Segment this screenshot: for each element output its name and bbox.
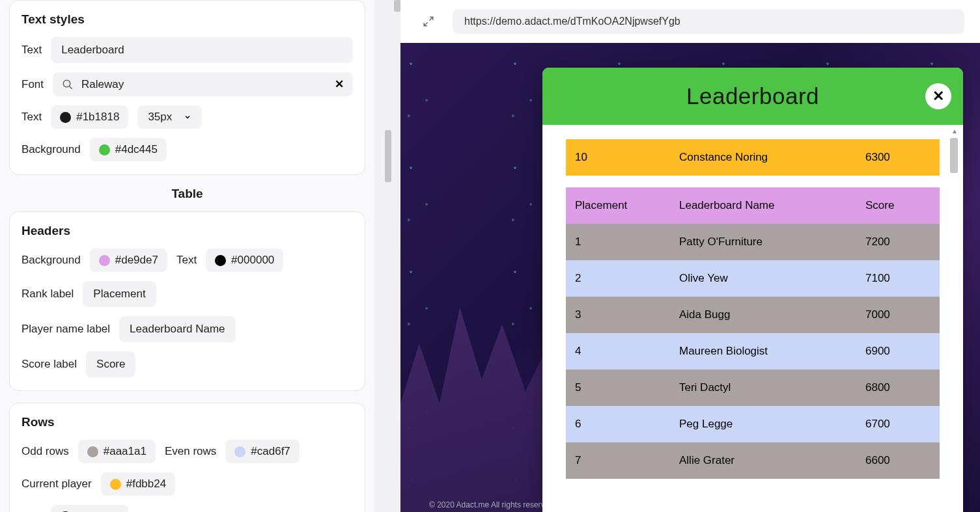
leaderboard-body[interactable]: ▲ 10 Constance Noring 6300 Placement Lea… — [542, 125, 963, 512]
color-swatch-icon — [99, 255, 110, 266]
leaderboard-header: Leaderboard ✕ — [542, 68, 963, 125]
panel-divider[interactable] — [374, 0, 400, 512]
rank-cell: 5 — [575, 381, 679, 394]
color-swatch-icon — [110, 479, 121, 490]
close-icon: ✕ — [932, 88, 944, 105]
text-color-value: #1b1818 — [76, 111, 119, 124]
score-header: Score — [865, 199, 931, 212]
score-cell: 6800 — [865, 381, 931, 394]
settings-panel: Text styles Text Leaderboard Font Ralewa… — [0, 0, 374, 512]
rank-cell: 6 — [575, 418, 679, 431]
rows-card: Rows Odd rows #aaa1a1 Even rows #cad6f7 … — [9, 403, 365, 512]
font-size-select[interactable]: 35px — [137, 105, 202, 129]
score-label-label: Score label — [21, 358, 77, 371]
header-bg-picker[interactable]: #de9de7 — [90, 249, 167, 272]
rank-cell: 7 — [575, 454, 679, 467]
rank-label-label: Rank label — [21, 288, 74, 301]
current-player-row: 10 Constance Noring 6300 — [566, 139, 940, 176]
preview-stage: © 2020 Adact.me All rights reserved. Ter… — [400, 43, 980, 512]
expand-icon[interactable] — [423, 16, 434, 27]
table-row: 3 Aida Bugg 7000 — [566, 297, 940, 333]
score-cell: 7000 — [865, 308, 931, 321]
name-cell: Peg Legge — [679, 418, 865, 431]
table-row: 4 Maureen Biologist 6900 — [566, 333, 940, 370]
player-name-label-input[interactable]: Leaderboard Name — [119, 316, 235, 342]
current-player-color-picker[interactable]: #fdbb24 — [101, 472, 175, 496]
player-name-label-label: Player name label — [21, 323, 110, 336]
svg-line-1 — [69, 86, 72, 89]
color-swatch-icon — [215, 255, 226, 266]
score-cell: 6600 — [865, 454, 931, 467]
clear-font-icon[interactable]: ✕ — [335, 77, 344, 91]
text-styles-card: Text styles Text Leaderboard Font Ralewa… — [9, 0, 365, 175]
score-cell: 6900 — [865, 345, 931, 358]
table-row: 1 Patty O'Furniture 7200 — [566, 224, 940, 260]
rank-header: Placement — [575, 199, 679, 212]
background-mountains — [400, 271, 557, 512]
text-color-picker[interactable]: #1b1818 — [51, 105, 128, 129]
header-bg-label: Background — [21, 254, 81, 267]
close-button[interactable]: ✕ — [925, 83, 951, 109]
color-swatch-icon — [87, 446, 98, 457]
font-picker[interactable]: Raleway ✕ — [53, 72, 353, 96]
headers-card: Headers Background #de9de7 Text #000000 … — [9, 211, 365, 391]
score-cell: 7200 — [865, 236, 931, 249]
rank-cell: 3 — [575, 308, 679, 321]
header-text-label: Text — [176, 254, 197, 267]
table-section-title: Table — [9, 187, 365, 201]
name-cell: Patty O'Furniture — [679, 236, 865, 249]
name-cell: Constance Noring — [679, 151, 865, 164]
current-player-label: Current player — [21, 478, 92, 491]
table-row: 2 Olive Yew 7100 — [566, 260, 940, 297]
score-cell: 7100 — [865, 272, 931, 285]
leaderboard-title: Leaderboard — [555, 83, 950, 109]
background-label: Background — [21, 143, 81, 156]
copyright-text: © 2020 Adact.me All rights reserved. — [429, 500, 555, 509]
table-row: 5 Teri Dactyl 6800 — [566, 370, 940, 406]
odd-rows-label: Odd rows — [21, 445, 69, 458]
rank-cell: 1 — [575, 236, 679, 249]
name-cell: Maureen Biologist — [679, 345, 865, 358]
leaderboard-modal: Leaderboard ✕ ▲ 10 Constance Noring 6300 — [542, 68, 963, 512]
color-swatch-icon — [99, 144, 110, 155]
score-cell: 6300 — [865, 151, 931, 164]
title-bg-color-picker[interactable]: #4dc445 — [90, 138, 167, 161]
rank-cell: 10 — [575, 151, 679, 164]
rank-cell: 2 — [575, 272, 679, 285]
rank-cell: 4 — [575, 345, 679, 358]
name-cell: Allie Grater — [679, 454, 865, 467]
name-cell: Teri Dactyl — [679, 381, 865, 394]
even-rows-label: Even rows — [165, 445, 216, 458]
odd-rows-color-picker[interactable]: #aaa1a1 — [78, 440, 156, 463]
score-label-input[interactable]: Score — [86, 351, 135, 377]
table-row: 7 Allie Grater 6600 — [566, 442, 940, 479]
scrollbar-thumb[interactable] — [950, 138, 958, 173]
even-rows-color-picker[interactable]: #cad6f7 — [225, 440, 300, 463]
chevron-down-icon — [184, 113, 191, 121]
text-color-label: Text — [21, 111, 42, 124]
scrollbar-up-arrow[interactable]: ▲ — [951, 128, 958, 135]
svg-line-2 — [430, 17, 433, 20]
font-value: Raleway — [81, 78, 327, 91]
title-bg-value: #4dc445 — [115, 143, 158, 156]
svg-line-3 — [424, 23, 427, 26]
name-cell: Olive Yew — [679, 272, 865, 285]
leaderboard-header-row: Placement Leaderboard Name Score — [566, 187, 940, 224]
header-text-color-picker[interactable]: #000000 — [206, 249, 283, 272]
url-bar: https://demo.adact.me/dTmKoOA2NjpwsefYgb — [400, 0, 980, 43]
row-text-color-picker[interactable]: #000000 — [51, 505, 128, 512]
name-cell: Aida Bugg — [679, 308, 865, 321]
color-swatch-icon — [234, 446, 245, 457]
headers-title: Headers — [21, 224, 353, 238]
text-styles-title: Text styles — [21, 12, 353, 27]
preview-url-input[interactable]: https://demo.adact.me/dTmKoOA2NjpwsefYgb — [453, 9, 964, 34]
title-text-input[interactable]: Leaderboard — [51, 37, 353, 63]
font-size-value: 35px — [148, 111, 172, 124]
font-label: Font — [21, 78, 44, 91]
rank-label-input[interactable]: Placement — [83, 281, 156, 307]
score-cell: 6700 — [865, 418, 931, 431]
name-header: Leaderboard Name — [679, 199, 865, 212]
rows-title: Rows — [21, 415, 353, 429]
text-label: Text — [21, 44, 42, 57]
svg-point-0 — [63, 80, 70, 87]
